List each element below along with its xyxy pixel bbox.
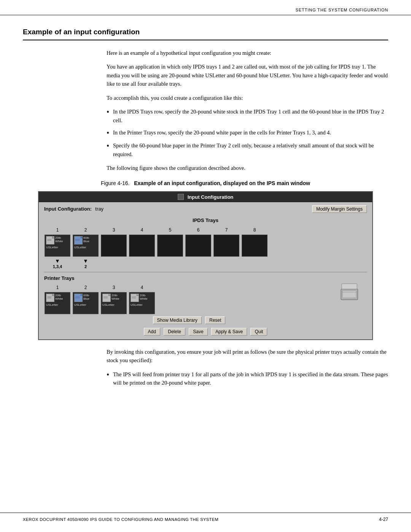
list-item: • In the IPDS Trays row, specify the 20-… [107, 107, 388, 125]
arrow-label: 2 [84, 264, 87, 270]
dialog-title: Input Configuration [188, 193, 234, 201]
bottom-area: Printer Trays 1 [44, 275, 367, 326]
tray-num: 6 [197, 227, 200, 233]
ipds-tray-col-4: 4 [129, 227, 155, 257]
ipds-tray-cell-3[interactable] [101, 235, 127, 257]
modify-margin-button[interactable]: Modify Margin Settings [312, 205, 367, 213]
lower-para: By invoking this configuration, you ensu… [107, 348, 388, 365]
page-header: Setting the System Configuration [0, 0, 411, 15]
printer-trays-section: Printer Trays 1 [44, 275, 334, 326]
apply-save-button[interactable]: Apply & Save [211, 328, 247, 335]
tray-num: 2 [84, 284, 87, 291]
ipds-tray-cell-5[interactable] [157, 235, 183, 257]
arrow-label: 1,3,4 [53, 264, 62, 270]
divider [44, 272, 367, 272]
printer-tray-cell-3[interactable]: 20lb White USLetter [101, 292, 127, 314]
ipds-tray-col-6: 6 [185, 227, 212, 257]
show-media-library-button[interactable]: Show Media Library [153, 316, 202, 324]
arrow-col-5 [157, 258, 183, 270]
bullet-text: The IPS will feed from printer tray 1 fo… [113, 370, 388, 387]
input-config-value: tray [95, 206, 104, 212]
bullet-dot: • [107, 141, 109, 150]
dialog-titlebar: Input Configuration [39, 192, 372, 203]
arrow-col-2: ▼ 2 [72, 258, 99, 270]
figure-intro-para: The following figure shows the configura… [107, 164, 388, 172]
reset-button[interactable]: Reset [205, 316, 225, 324]
printer-tray-col-2: 2 [72, 284, 99, 314]
media-btn-row: Show Media Library Reset [44, 316, 334, 324]
ipds-tray-cell-7[interactable] [213, 235, 239, 257]
printer-tray-grid: 1 [44, 284, 334, 314]
add-button[interactable]: Add [144, 328, 160, 335]
bullet-text: In the IPDS Trays row, specify the 20-po… [113, 107, 388, 125]
accomplish-para: To accomplish this, you could create a c… [107, 94, 388, 102]
save-button[interactable]: Save [189, 328, 207, 335]
context-para: You have an application in which only IP… [107, 62, 388, 88]
ipds-tray-col-7: 7 [213, 227, 240, 257]
tray-num: 2 [84, 227, 87, 233]
output-tray-icon [339, 281, 359, 301]
section-heading: Example of an input configuration [23, 27, 388, 41]
bullet-dot: • [107, 128, 109, 137]
printer-tray-cell-4[interactable]: 20lb White USLetter [129, 292, 155, 314]
ipds-tray-cell-8[interactable] [242, 235, 268, 257]
printer-tray-cell-1[interactable]: 20lb White USLetter [45, 292, 70, 314]
ipds-tray-cell-4[interactable] [129, 235, 155, 257]
ipds-tray-cell-2[interactable]: 60lb Blue USLetter [73, 235, 99, 257]
arrow-col-4 [129, 258, 155, 270]
ipds-tray-col-3: 3 [100, 227, 127, 257]
arrow-down-icon: ▼ [55, 258, 60, 264]
list-item: • Specify the 60-pound blue paper in the… [107, 141, 388, 158]
tray-num: 1 [56, 284, 59, 291]
header-text: Setting the System Configuration [296, 7, 389, 13]
printer-tray-cell-2[interactable]: 60lb Blue USLetter [73, 292, 99, 314]
ipds-tray-cell-6[interactable] [185, 235, 211, 257]
figure-number: Figure 4-16. [101, 180, 129, 186]
ipds-tray-cell-1[interactable]: 20lb White USLetter [45, 235, 70, 257]
input-config-row: Input Configuration: tray [44, 205, 104, 213]
ipds-tray-col-5: 5 [157, 227, 183, 257]
bottom-btn-row: Add Delete Save Apply & Save Quit [44, 328, 367, 335]
intro-para: Here is an example of a hypothetical inp… [107, 49, 388, 57]
dialog-top-row: Input Configuration: tray Modify Margin … [44, 205, 367, 213]
tray-num: 1 [56, 227, 59, 233]
tray-num: 3 [113, 284, 115, 291]
page-container: Setting the System Configuration Example… [0, 0, 411, 532]
arrow-col-7 [213, 258, 240, 270]
ipds-tray-col-1: 1 20 [44, 227, 71, 257]
bullet-dot: • [107, 370, 109, 379]
dialog-body: Input Configuration: tray Modify Margin … [39, 202, 372, 339]
footer-left-text: Xerox DocuPrint 4050/4090 IPS Guide to C… [23, 516, 218, 523]
lower-body: By invoking this configuration, you ensu… [107, 348, 388, 387]
dialog-box: Input Configuration Input Configuration:… [38, 191, 373, 340]
input-config-label: Input Configuration: [44, 206, 92, 212]
list-item: • In the Printer Trays row, specify the … [107, 128, 388, 137]
printer-trays-label: Printer Trays [44, 275, 334, 282]
arrow-col-8 [241, 258, 268, 270]
lower-bullet-list: • The IPS will feed from printer tray 1 … [107, 370, 388, 387]
footer-page-number: 4-27 [379, 516, 388, 523]
printer-tray-col-3: 3 [100, 284, 127, 314]
arrow-row: ▼ 1,3,4 ▼ 2 [44, 258, 367, 270]
quit-button[interactable]: Quit [250, 328, 267, 335]
bullet-text: Specify the 60-pound blue paper in the P… [113, 141, 388, 158]
arrow-col-6 [185, 258, 212, 270]
svg-rect-5 [342, 284, 357, 289]
arrow-down-icon: ▼ [83, 258, 88, 264]
basket-svg [339, 281, 359, 301]
printer-tray-col-4: 4 [129, 284, 155, 314]
tray-num: 4 [141, 227, 143, 233]
svg-rect-1 [342, 291, 356, 298]
bullet-list: • In the IPDS Trays row, specify the 20-… [107, 107, 388, 158]
ipds-tray-grid: 1 20 [44, 227, 367, 257]
tray-num: 5 [169, 227, 172, 233]
ipds-tray-col-2: 2 60 [72, 227, 99, 257]
delete-button[interactable]: Delete [164, 328, 185, 335]
page-footer: Xerox DocuPrint 4050/4090 IPS Guide to C… [0, 513, 411, 523]
bullet-dot: • [107, 107, 109, 117]
arrow-col-1: ▼ 1,3,4 [44, 258, 71, 270]
tray-num: 8 [253, 227, 256, 233]
figure-caption: Figure 4-16. Example of an input configu… [23, 179, 388, 187]
main-content: Example of an input configuration Here i… [0, 15, 411, 404]
printer-tray-col-1: 1 [44, 284, 71, 314]
